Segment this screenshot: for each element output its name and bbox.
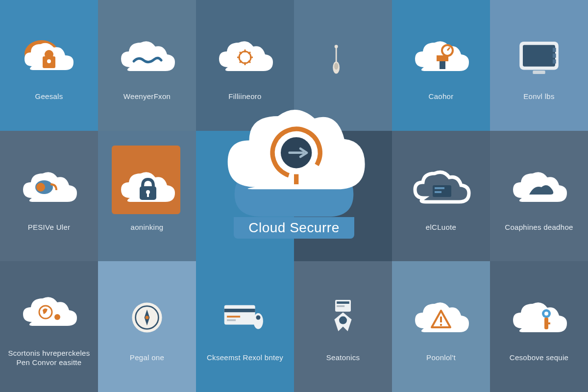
svg-point-14 [335, 45, 338, 49]
svg-point-44 [256, 316, 261, 320]
tile-poonlolt[interactable]: Poonlol't [392, 261, 490, 392]
tile-label: Seatonics [326, 353, 360, 363]
svg-rect-41 [227, 316, 240, 318]
tile-pesiveuler[interactable]: PESIVe Uler [0, 131, 98, 262]
tile-weenyerxon[interactable]: WeenyerFxon [98, 0, 196, 131]
svg-rect-22 [553, 48, 556, 52]
svg-rect-46 [337, 301, 349, 304]
probe-icon [311, 34, 375, 88]
tile-aoninking[interactable]: aoninking [98, 131, 196, 262]
tile-coaphines[interactable]: Coaphines deadhoe [490, 131, 588, 262]
cloud-profile-icon [17, 286, 81, 340]
cloud-lock-icon [115, 160, 179, 214]
cloud-mound-icon [507, 160, 571, 214]
svg-rect-42 [227, 319, 236, 321]
tile-label: Filliineoro [228, 92, 262, 101]
tile-caohor[interactable]: Caohor [392, 0, 490, 131]
tile-label: aoninking [131, 223, 164, 232]
svg-rect-23 [553, 54, 556, 58]
tile-ckseemst[interactable]: Ckseemst Rexol bntey [196, 261, 294, 392]
svg-point-52 [544, 312, 548, 316]
tile-label: Scortonis hvreperckeles Pen Convor easit… [7, 349, 91, 368]
svg-rect-47 [337, 305, 344, 307]
cloud-gear-icon [213, 29, 277, 83]
svg-point-50 [440, 324, 442, 326]
tile-label: elCLuote [426, 223, 456, 232]
tile-label: WeenyerFxon [123, 92, 171, 101]
svg-rect-54 [547, 322, 550, 324]
tile-cesobove[interactable]: Cesobove sequie [490, 261, 588, 392]
tile-seatonics[interactable]: Seatonics [294, 261, 392, 392]
tile-center-left [196, 131, 294, 262]
tile-elcuote[interactable]: elCLuote [392, 131, 490, 262]
svg-rect-40 [224, 309, 255, 312]
cloud-alert-icon [409, 291, 473, 344]
tile-label: Poonlol't [426, 353, 456, 363]
tile-geesals[interactable]: Geesals [0, 0, 98, 131]
compass-icon [115, 291, 179, 344]
svg-point-3 [47, 59, 51, 63]
svg-point-16 [334, 63, 338, 70]
svg-rect-30 [147, 193, 149, 197]
cloud-sync-icon [17, 160, 81, 214]
tile-label: Geesals [35, 92, 63, 101]
tile-label: PESIVe Uler [28, 223, 71, 232]
cloud-key-icon [507, 291, 571, 344]
tile-label: Caohor [429, 92, 454, 101]
tile-probe[interactable] [294, 0, 392, 131]
badge-icon [311, 291, 375, 344]
card-key-icon [213, 291, 277, 344]
svg-rect-25 [533, 71, 545, 74]
tile-label: Eonvl lbs [523, 92, 555, 101]
svg-point-35 [54, 314, 60, 320]
tile-label: Pegal one [130, 353, 164, 363]
svg-rect-39 [224, 305, 255, 325]
svg-point-48 [339, 317, 347, 324]
monitor-icon [507, 29, 571, 83]
svg-rect-19 [437, 55, 448, 61]
svg-rect-32 [435, 187, 444, 189]
tile-label: Cesobove sequie [510, 353, 568, 363]
svg-rect-21 [523, 45, 555, 67]
tile-label: Coaphines deadhoe [505, 223, 573, 232]
cloud-user-icon [17, 29, 81, 83]
svg-rect-24 [553, 60, 556, 64]
cloud-wave-icon [115, 29, 179, 83]
svg-point-27 [36, 183, 45, 192]
svg-rect-33 [435, 191, 441, 193]
tile-scortonis[interactable]: Scortonis hvreperckeles Pen Convor easit… [0, 261, 98, 392]
cloud-gauge-icon [409, 29, 473, 83]
svg-point-2 [45, 50, 53, 59]
tile-filliineoro[interactable]: Filliineoro [196, 0, 294, 131]
tile-label: Ckseemst Rexol bntey [207, 353, 283, 363]
tile-eonvubs[interactable]: Eonvl lbs [490, 0, 588, 131]
tile-pegalone[interactable]: Pegal one [98, 261, 196, 392]
dashboard-grid: Geesals WeenyerFxon [0, 0, 588, 392]
tile-center-right [294, 131, 392, 262]
svg-point-38 [145, 316, 148, 319]
cloud-storage-icon [409, 160, 473, 214]
